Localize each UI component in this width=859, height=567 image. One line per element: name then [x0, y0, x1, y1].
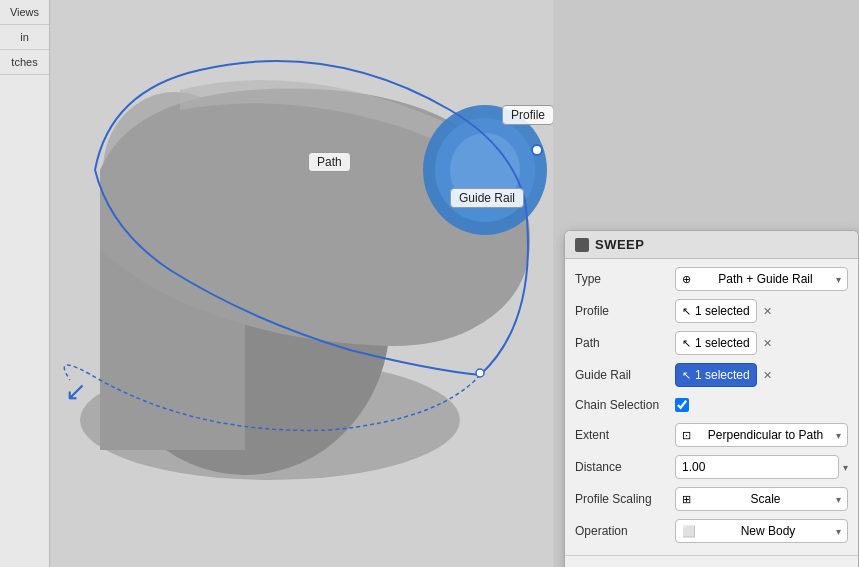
panel-title: SWEEP — [595, 237, 644, 252]
profile-scaling-control: ⊞ Scale ▾ — [675, 487, 848, 511]
type-dropdown-arrow: ▾ — [836, 274, 841, 285]
chain-selection-control — [675, 398, 848, 412]
profile-scaling-arrow: ▾ — [836, 494, 841, 505]
profile-badge[interactable]: ↖ 1 selected — [675, 299, 757, 323]
profile-badge-value: 1 selected — [695, 304, 750, 318]
profile-row: Profile ↖ 1 selected ✕ — [565, 295, 858, 327]
path-badge-value: 1 selected — [695, 336, 750, 350]
sweep-panel: SWEEP Type ⊕ Path + Guide Rail ▾ Profile… — [564, 230, 859, 567]
svg-point-7 — [476, 369, 484, 377]
distance-control: ▾ — [675, 455, 848, 479]
guide-rail-badge[interactable]: ↖ 1 selected — [675, 363, 757, 387]
extent-dropdown-value: Perpendicular to Path — [708, 428, 823, 442]
sweep-icon — [575, 238, 589, 252]
guide-rail-label-text: Guide Rail — [575, 368, 675, 382]
viewport: ↙ Profile Path Guide Rail — [50, 0, 553, 567]
profile-scaling-label: Profile Scaling — [575, 492, 675, 506]
guide-rail-control: ↖ 1 selected ✕ — [675, 363, 848, 387]
profile-scaling-row: Profile Scaling ⊞ Scale ▾ — [565, 483, 858, 515]
panel-footer: i OK Cancel — [565, 560, 858, 567]
extent-dropdown-arrow: ▾ — [836, 430, 841, 441]
path-badge[interactable]: ↖ 1 selected — [675, 331, 757, 355]
svg-point-6 — [450, 133, 520, 207]
operation-dropdown[interactable]: ⬜ New Body ▾ — [675, 519, 848, 543]
type-label: Type — [575, 272, 675, 286]
panel-header: SWEEP — [565, 231, 858, 259]
panel-divider — [565, 555, 858, 556]
distance-row: Distance ▾ — [565, 451, 858, 483]
profile-cursor-icon: ↖ — [682, 305, 691, 318]
extent-dropdown[interactable]: ⊡ Perpendicular to Path ▾ — [675, 423, 848, 447]
path-cursor-icon: ↖ — [682, 337, 691, 350]
sidebar: Views in tches — [0, 0, 50, 567]
path-row: Path ↖ 1 selected ✕ — [565, 327, 858, 359]
guide-rail-row: Guide Rail ↖ 1 selected ✕ — [565, 359, 858, 391]
svg-point-8 — [532, 145, 542, 155]
profile-scaling-value: Scale — [750, 492, 780, 506]
corner-arrow-svg: ↙ — [65, 376, 87, 406]
distance-input[interactable] — [675, 455, 839, 479]
panel-body: Type ⊕ Path + Guide Rail ▾ Profile ↖ 1 s… — [565, 259, 858, 551]
type-row: Type ⊕ Path + Guide Rail ▾ — [565, 263, 858, 295]
profile-scaling-dropdown[interactable]: ⊞ Scale ▾ — [675, 487, 848, 511]
guide-rail-cursor-icon: ↖ — [682, 369, 691, 382]
sidebar-item-tches[interactable]: tches — [0, 50, 49, 75]
extent-icon: ⊡ — [682, 429, 691, 442]
3d-shape-svg: ↙ — [50, 0, 553, 567]
operation-row: Operation ⬜ New Body ▾ — [565, 515, 858, 547]
operation-control: ⬜ New Body ▾ — [675, 519, 848, 543]
chain-selection-label: Chain Selection — [575, 398, 675, 412]
type-dropdown-value: Path + Guide Rail — [718, 272, 812, 286]
operation-value: New Body — [741, 524, 796, 538]
extent-control: ⊡ Perpendicular to Path ▾ — [675, 423, 848, 447]
profile-control: ↖ 1 selected ✕ — [675, 299, 848, 323]
extent-row: Extent ⊡ Perpendicular to Path ▾ — [565, 419, 858, 451]
new-body-icon: ⬜ — [682, 525, 696, 538]
profile-clear-button[interactable]: ✕ — [763, 305, 772, 318]
guide-rail-badge-value: 1 selected — [695, 368, 750, 382]
path-label-text: Path — [575, 336, 675, 350]
path-control: ↖ 1 selected ✕ — [675, 331, 848, 355]
sidebar-item-in[interactable]: in — [0, 25, 49, 50]
operation-label: Operation — [575, 524, 675, 538]
scale-icon: ⊞ — [682, 493, 691, 506]
extent-label: Extent — [575, 428, 675, 442]
chain-selection-row: Chain Selection — [565, 391, 858, 419]
distance-dropdown-arrow[interactable]: ▾ — [843, 462, 848, 473]
guide-rail-clear-button[interactable]: ✕ — [763, 369, 772, 382]
type-dropdown-icon: ⊕ — [682, 273, 691, 286]
operation-dropdown-arrow: ▾ — [836, 526, 841, 537]
type-dropdown[interactable]: ⊕ Path + Guide Rail ▾ — [675, 267, 848, 291]
type-control: ⊕ Path + Guide Rail ▾ — [675, 267, 848, 291]
sidebar-item-views[interactable]: Views — [0, 0, 49, 25]
path-clear-button[interactable]: ✕ — [763, 337, 772, 350]
profile-label-text: Profile — [575, 304, 675, 318]
distance-label: Distance — [575, 460, 675, 474]
chain-selection-checkbox[interactable] — [675, 398, 689, 412]
